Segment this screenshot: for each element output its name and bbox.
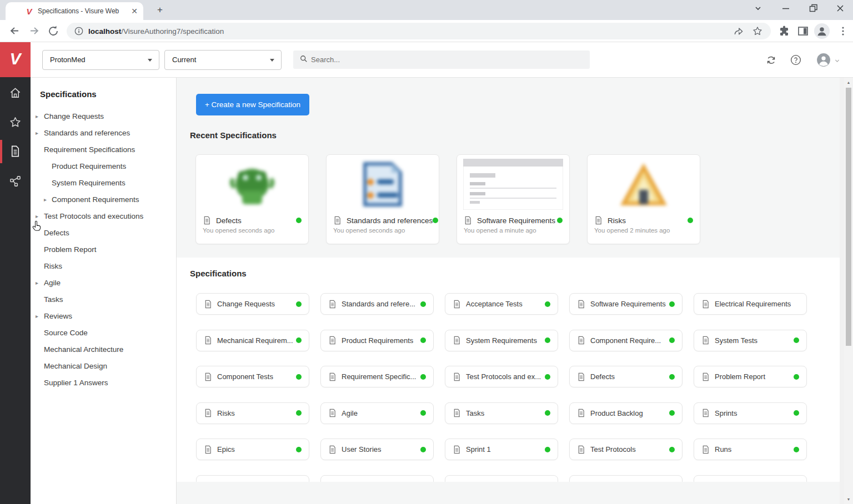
spec-tile-runs[interactable]: Runs (694, 439, 807, 460)
expander-icon[interactable]: ▸ (36, 125, 38, 142)
baseline-select[interactable]: Current (164, 50, 282, 70)
help-icon[interactable] (790, 54, 801, 65)
expander-icon[interactable]: ▸ (44, 191, 47, 208)
home-icon[interactable] (9, 87, 22, 99)
expander-icon[interactable]: ▸ (36, 108, 38, 125)
user-avatar[interactable] (816, 53, 831, 69)
spec-tile-user-stories[interactable]: User Stories (320, 439, 434, 460)
back-button[interactable] (8, 24, 21, 38)
spec-tile-agile[interactable]: Agile (320, 402, 434, 424)
nav-item-requirement-specifications[interactable]: Requirement Specifications (31, 142, 176, 158)
spec-tile-partial[interactable] (196, 475, 309, 482)
window-close-button[interactable] (827, 0, 853, 19)
spec-tile-acceptance-tests[interactable]: Acceptance Tests (445, 293, 558, 315)
search-input[interactable] (311, 51, 578, 68)
traceability-graph-icon[interactable] (9, 175, 22, 188)
document-icon (204, 372, 212, 381)
expander-icon[interactable]: ▸ (36, 275, 38, 291)
spec-tile-defects[interactable]: Defects (569, 366, 683, 387)
nav-item-tasks[interactable]: Tasks (31, 291, 176, 308)
nav-item-mechanical-architecture[interactable]: Mechanical Architecture (31, 341, 176, 358)
nav-item-source-code[interactable]: Source Code (31, 325, 176, 341)
forward-button[interactable] (28, 24, 41, 38)
spec-tile-requirement-specific[interactable]: Requirement Specific... (320, 366, 434, 387)
project-select[interactable]: ProtonMed (42, 50, 159, 70)
share-icon[interactable] (733, 26, 744, 37)
spec-tile-risks[interactable]: Risks (196, 402, 309, 424)
tab-close-icon[interactable]: ✕ (131, 7, 138, 16)
spec-tile-system-requirements[interactable]: System Requirements (445, 330, 558, 351)
side-panel-icon[interactable] (796, 24, 810, 38)
spec-tile-product-requirements[interactable]: Product Requirements (320, 330, 434, 351)
window-restore-button[interactable] (800, 0, 826, 19)
extensions-icon[interactable] (777, 24, 791, 38)
nav-item-defects[interactable]: Defects (31, 225, 176, 241)
window-minimize-button[interactable] (773, 0, 799, 19)
sync-refresh-icon[interactable] (765, 54, 777, 66)
spec-tile-electrical-requirements[interactable]: Electrical Requirements (694, 293, 807, 315)
visure-logo[interactable]: V (0, 42, 31, 77)
nav-item-problem-report[interactable]: Problem Report (31, 241, 176, 258)
spec-tile-epics[interactable]: Epics (196, 439, 309, 460)
document-icon (328, 445, 337, 454)
spec-tile-test-protocols-and-ex[interactable]: Test Protocols and ex... (445, 366, 558, 387)
document-icon (204, 445, 212, 454)
nav-item-supplier-1-answers[interactable]: Supplier 1 Answers (31, 375, 176, 391)
avatar-chevron-icon[interactable] (834, 58, 840, 64)
nav-item-system-requirements[interactable]: System Requirements (31, 175, 176, 191)
scroll-down-icon[interactable]: ▼ (844, 497, 853, 501)
spec-tile-problem-report[interactable]: Problem Report (694, 366, 807, 387)
spec-tile-standards-and-refere[interactable]: Standards and refere... (320, 293, 434, 315)
nav-item-product-requirements[interactable]: Product Requirements (31, 158, 176, 175)
nav-item-change-requests[interactable]: ▸Change Requests (31, 108, 176, 125)
spec-tile-tasks[interactable]: Tasks (445, 402, 558, 424)
spec-tile-sprint-1[interactable]: Sprint 1 (445, 439, 558, 460)
new-tab-button[interactable]: + (154, 4, 165, 16)
spec-tile-partial[interactable] (569, 475, 683, 482)
recent-card-standards-and-references[interactable]: Standards and referencesYou opened secon… (326, 154, 439, 244)
spec-tile-change-requests[interactable]: Change Requests (196, 293, 309, 315)
browser-tab[interactable]: V Specifications - Visure Web ✕ (6, 2, 143, 20)
tile-label: Test Protocols (590, 445, 669, 453)
spec-tile-partial[interactable] (694, 475, 807, 482)
spec-tile-software-requirements[interactable]: Software Requirements (569, 293, 683, 315)
scrollbar-thumb[interactable] (846, 88, 851, 346)
nav-item-label: Mechanical Architecture (44, 345, 123, 354)
spec-tile-product-backlog[interactable]: Product Backlog (569, 402, 683, 424)
recent-card-software-requirements[interactable]: Software RequirementsYou opened a minute… (456, 154, 570, 244)
nav-item-standards-and-references[interactable]: ▸Standards and references (31, 125, 176, 142)
document-icon (204, 300, 212, 309)
spec-tile-partial[interactable] (320, 475, 434, 482)
doc-preview-thumbnail (457, 155, 569, 214)
browser-menu-kebab-icon[interactable] (836, 24, 850, 38)
scroll-up-icon[interactable]: ▲ (844, 80, 853, 84)
nav-item-test-protocols-and-executions[interactable]: ▸Test Protocols and executions (31, 208, 176, 225)
vertical-scrollbar[interactable]: ▲ ▼ (844, 78, 853, 504)
tab-search-chevron-icon[interactable] (745, 0, 771, 19)
spec-tile-test-protocols[interactable]: Test Protocols (569, 439, 683, 460)
expander-icon[interactable]: ▸ (36, 308, 38, 325)
reload-button[interactable] (47, 24, 60, 38)
spec-tile-system-tests[interactable]: System Tests (694, 330, 807, 351)
recent-card-defects[interactable]: DefectsYou opened seconds ago (195, 154, 309, 244)
nav-item-mechanical-design[interactable]: Mechanical Design (31, 358, 176, 375)
status-dot (557, 218, 563, 223)
recent-card-risks[interactable]: RisksYou opened 2 minutes ago (587, 154, 700, 244)
favorites-star-icon[interactable] (9, 116, 22, 129)
site-info-icon[interactable] (74, 27, 83, 36)
create-specification-button[interactable]: + Create a new Specification (196, 94, 309, 115)
spec-tile-component-tests[interactable]: Component Tests (196, 366, 309, 387)
nav-item-reviews[interactable]: ▸Reviews (31, 308, 176, 325)
specifications-document-icon[interactable] (9, 145, 22, 158)
spec-tile-mechanical-requirem[interactable]: Mechanical Requirem... (196, 330, 309, 351)
spec-tile-sprints[interactable]: Sprints (694, 402, 807, 424)
bookmark-star-icon[interactable] (752, 26, 763, 37)
url-bar[interactable]: localhost/VisureAuthoring7/specification (67, 23, 771, 39)
nav-item-agile[interactable]: ▸Agile (31, 275, 176, 291)
spec-tile-component-require[interactable]: Component Require... (569, 330, 683, 351)
mouse-hand-cursor (31, 219, 44, 234)
browser-profile-avatar[interactable] (814, 23, 830, 39)
nav-item-component-requirements[interactable]: ▸Component Requirements (31, 191, 176, 208)
spec-tile-partial[interactable] (445, 475, 558, 482)
nav-item-risks[interactable]: Risks (31, 258, 176, 275)
